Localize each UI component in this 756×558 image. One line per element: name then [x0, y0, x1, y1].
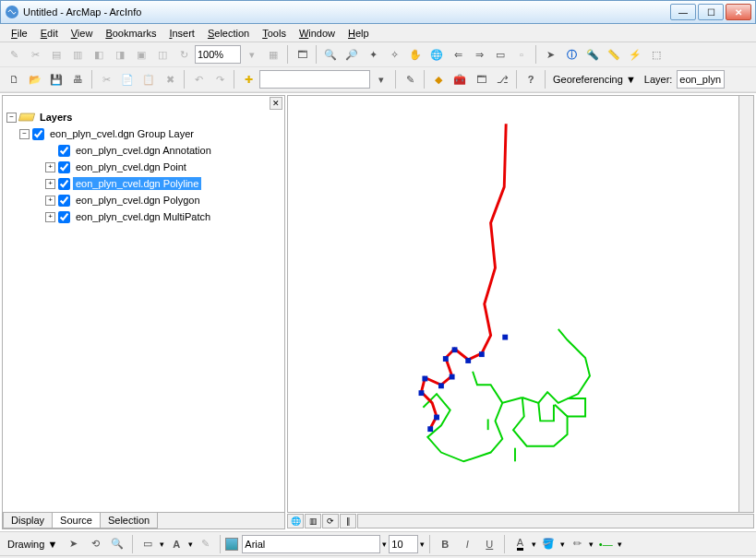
- tool-icon[interactable]: ▦: [263, 44, 283, 65]
- layer-point[interactable]: eon_plyn_cvel.dgn Point: [73, 160, 189, 173]
- expand-icon[interactable]: +: [45, 162, 55, 172]
- layer-polyline[interactable]: eon_plyn_cvel.dgn Polyline: [73, 177, 201, 190]
- font-color-icon[interactable]: A: [510, 534, 530, 554]
- tool-icon[interactable]: ▥: [67, 44, 88, 65]
- layer-polygon[interactable]: eon_plyn_cvel.dgn Polygon: [73, 194, 203, 207]
- vertical-scrollbar[interactable]: [739, 95, 754, 513]
- layer-checkbox[interactable]: [58, 211, 70, 223]
- rectangle-icon[interactable]: ▭: [138, 534, 158, 554]
- layer-checkbox[interactable]: [32, 128, 44, 140]
- menu-tools[interactable]: Tools: [257, 26, 292, 41]
- forward-icon[interactable]: ⇒: [469, 44, 489, 65]
- menu-window[interactable]: Window: [294, 26, 341, 41]
- menu-insert[interactable]: Insert: [163, 26, 200, 41]
- cut-feature-icon[interactable]: ✂: [25, 44, 45, 65]
- scale-combo[interactable]: [259, 70, 370, 89]
- minimize-button[interactable]: —: [670, 4, 696, 20]
- layer-checkbox[interactable]: [58, 145, 70, 157]
- open-icon[interactable]: 📂: [25, 69, 45, 89]
- fixed-zoom-out-icon[interactable]: ✧: [384, 44, 404, 65]
- marker-color-icon[interactable]: •—: [595, 534, 616, 554]
- zoom-out-icon[interactable]: 🔎: [342, 44, 362, 65]
- pause-button[interactable]: ‖: [340, 514, 356, 528]
- expand-icon[interactable]: +: [45, 212, 55, 222]
- menu-view[interactable]: View: [66, 26, 99, 41]
- tool-icon[interactable]: ◧: [89, 44, 109, 65]
- group-layer[interactable]: eon_plyn_cvel.dgn Group Layer: [47, 127, 197, 140]
- undo-icon[interactable]: ↶: [188, 69, 209, 89]
- identify-icon[interactable]: ⓘ: [561, 44, 582, 65]
- redo-icon[interactable]: ↷: [210, 69, 230, 89]
- tab-display[interactable]: Display: [3, 513, 53, 528]
- bold-icon[interactable]: B: [435, 534, 455, 554]
- menu-bookmarks[interactable]: Bookmarks: [100, 26, 162, 41]
- layer-checkbox[interactable]: [58, 161, 70, 173]
- delete-icon[interactable]: ✖: [160, 69, 180, 89]
- menu-file[interactable]: File: [6, 26, 33, 41]
- toolbox-icon[interactable]: 🧰: [450, 69, 470, 89]
- close-button[interactable]: ✕: [726, 4, 751, 20]
- menu-selection[interactable]: Selection: [202, 26, 255, 41]
- layer-combo[interactable]: [677, 70, 725, 89]
- georef-button[interactable]: Georeferencing ▼: [549, 74, 640, 85]
- cmd-icon[interactable]: ⎇: [492, 69, 512, 89]
- tool-icon[interactable]: ▤: [46, 44, 66, 65]
- editor-icon[interactable]: ✎: [400, 69, 420, 89]
- layers-root[interactable]: Layers: [37, 111, 75, 124]
- layer-tree[interactable]: − Layers − eon_plyn_cvel.dgn Group Layer…: [3, 96, 284, 512]
- rotate-icon[interactable]: ⟲: [85, 534, 105, 554]
- select-icon[interactable]: ▭: [490, 44, 510, 65]
- font-combo[interactable]: [242, 535, 380, 553]
- pointer-icon[interactable]: ➤: [63, 534, 83, 554]
- toc-close-button[interactable]: ✕: [270, 97, 282, 110]
- back-icon[interactable]: ⇐: [448, 44, 468, 65]
- rotate-icon[interactable]: ↻: [174, 44, 194, 65]
- new-icon[interactable]: 🗋: [4, 69, 24, 89]
- paste-icon[interactable]: 📋: [138, 69, 159, 89]
- layer-multipatch[interactable]: eon_plyn_cvel.dgn MultiPatch: [73, 210, 213, 223]
- find-icon[interactable]: 🔦: [582, 44, 603, 65]
- menu-edit[interactable]: Edit: [35, 26, 64, 41]
- tab-selection[interactable]: Selection: [100, 513, 158, 528]
- underline-icon[interactable]: U: [479, 534, 499, 554]
- layer-checkbox[interactable]: [58, 178, 70, 190]
- pan-icon[interactable]: ✋: [405, 44, 426, 65]
- maximize-button[interactable]: ☐: [698, 4, 724, 20]
- menu-help[interactable]: Help: [342, 26, 375, 41]
- edit-vertices-icon[interactable]: ✎: [195, 534, 215, 554]
- dropdown-icon[interactable]: ▾: [371, 69, 391, 89]
- zoom-combo[interactable]: [195, 45, 241, 64]
- copy-icon[interactable]: 📄: [117, 69, 138, 89]
- save-icon[interactable]: 💾: [46, 69, 66, 89]
- pointer-icon[interactable]: ➤: [540, 44, 560, 65]
- expand-icon[interactable]: −: [19, 129, 30, 139]
- edit-tool-icon[interactable]: ✎: [4, 44, 24, 65]
- layer-annotation[interactable]: eon_plyn_cvel.dgn Annotation: [73, 144, 214, 157]
- line-color-icon[interactable]: ✏: [567, 534, 587, 554]
- tool-icon[interactable]: 🗔: [292, 44, 312, 65]
- cut-icon[interactable]: ✂: [96, 69, 116, 89]
- expand-icon[interactable]: +: [45, 196, 55, 206]
- measure-icon[interactable]: 📏: [604, 44, 624, 65]
- print-icon[interactable]: 🖶: [67, 69, 88, 89]
- clear-select-icon[interactable]: ▫: [511, 44, 532, 65]
- full-extent-icon[interactable]: 🌐: [426, 44, 447, 65]
- tool-icon[interactable]: ◫: [152, 44, 173, 65]
- tool-icon[interactable]: ⬚: [646, 44, 666, 65]
- refresh-button[interactable]: ⟳: [322, 514, 339, 528]
- fill-color-icon[interactable]: 🪣: [538, 534, 558, 554]
- hyperlink-icon[interactable]: ⚡: [625, 44, 645, 65]
- dropdown-icon[interactable]: ▾: [242, 44, 262, 65]
- drawing-menu[interactable]: Drawing ▼: [4, 539, 61, 550]
- tool-icon[interactable]: ◨: [110, 44, 130, 65]
- tool-icon[interactable]: ▣: [131, 44, 151, 65]
- expand-icon[interactable]: −: [6, 113, 17, 123]
- zoom-in-icon[interactable]: 🔍: [320, 44, 341, 65]
- horizontal-scrollbar[interactable]: [357, 514, 754, 528]
- italic-icon[interactable]: I: [457, 534, 477, 554]
- zoom-shape-icon[interactable]: 🔍: [107, 534, 127, 554]
- tab-source[interactable]: Source: [52, 513, 101, 528]
- layer-checkbox[interactable]: [58, 195, 70, 207]
- add-data-icon[interactable]: ✚: [238, 69, 258, 89]
- text-icon[interactable]: A: [166, 534, 186, 554]
